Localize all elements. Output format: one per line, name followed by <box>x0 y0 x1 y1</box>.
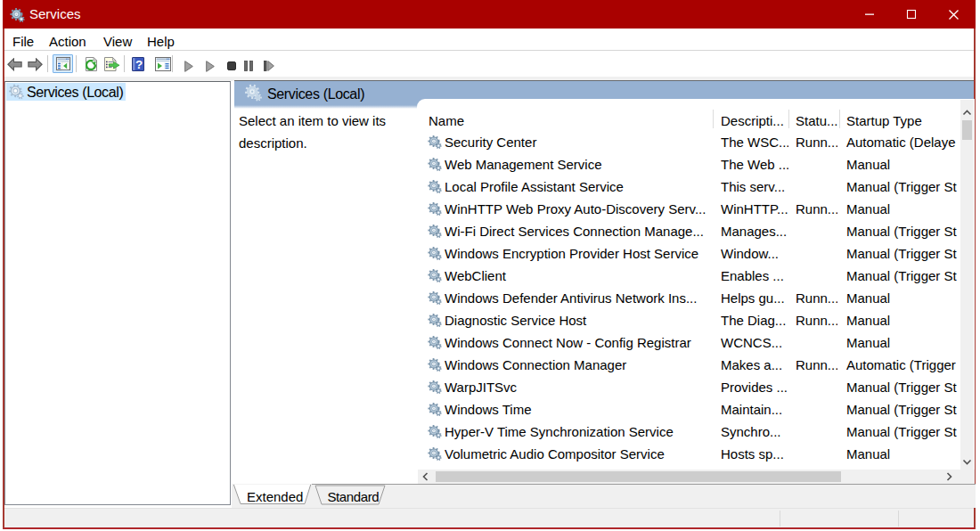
svg-text:Extended: Extended <box>247 489 303 504</box>
svg-text:?: ? <box>135 58 142 71</box>
svg-text:Standard: Standard <box>328 489 380 504</box>
